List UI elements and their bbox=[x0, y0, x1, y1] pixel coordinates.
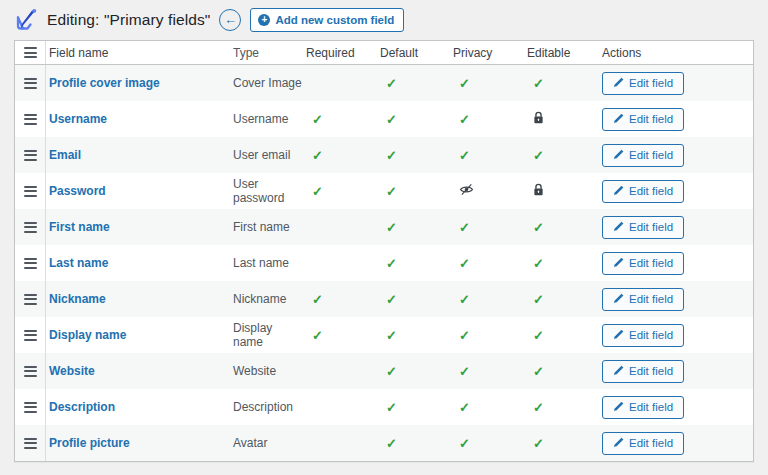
editable-cell: ✓ bbox=[524, 389, 599, 425]
field-type: Cover Image bbox=[230, 65, 303, 101]
edit-field-button[interactable]: Edit field bbox=[602, 180, 684, 203]
edit-field-button[interactable]: Edit field bbox=[602, 72, 684, 95]
check-icon: ✓ bbox=[459, 77, 470, 90]
edit-field-button[interactable]: Edit field bbox=[602, 432, 684, 455]
check-icon: ✓ bbox=[312, 293, 323, 306]
privacy-cell: ✓ bbox=[450, 389, 524, 425]
edit-button-label: Edit field bbox=[629, 149, 673, 161]
field-name-link[interactable]: Profile picture bbox=[49, 436, 130, 450]
required-cell: ✓ bbox=[303, 353, 377, 389]
table-row: Profile cover image Cover Image ✓ ✓ ✓ ✓ bbox=[15, 65, 753, 101]
field-name-link[interactable]: Last name bbox=[49, 256, 108, 270]
edit-field-button[interactable]: Edit field bbox=[602, 360, 684, 383]
field-name-link[interactable]: First name bbox=[49, 220, 110, 234]
field-name-link[interactable]: Nickname bbox=[49, 292, 106, 306]
check-icon: ✓ bbox=[386, 77, 397, 90]
edit-button-label: Edit field bbox=[629, 257, 673, 269]
check-icon: ✓ bbox=[533, 149, 544, 162]
add-new-custom-field-button[interactable]: + Add new custom field bbox=[250, 8, 404, 32]
drag-handle-icon[interactable] bbox=[24, 147, 37, 163]
field-name-link[interactable]: Description bbox=[49, 400, 115, 414]
edit-field-button[interactable]: Edit field bbox=[602, 144, 684, 167]
pencil-icon bbox=[613, 221, 624, 234]
row-drag-handle-cell bbox=[15, 353, 46, 389]
pencil-icon bbox=[613, 149, 624, 162]
editable-cell: ✓ bbox=[524, 317, 599, 353]
edit-button-label: Edit field bbox=[629, 221, 673, 233]
privacy-cell: ✓ bbox=[450, 281, 524, 317]
edit-field-button[interactable]: Edit field bbox=[602, 324, 684, 347]
required-cell: ✓ bbox=[303, 389, 377, 425]
drag-handle-icon[interactable] bbox=[24, 219, 37, 235]
drag-handle-icon[interactable] bbox=[24, 363, 37, 379]
edit-field-button[interactable]: Edit field bbox=[602, 216, 684, 239]
back-button[interactable]: ← bbox=[219, 9, 241, 31]
row-drag-handle-cell bbox=[15, 65, 46, 101]
edit-field-button[interactable]: Edit field bbox=[602, 108, 684, 131]
row-drag-handle-cell bbox=[15, 281, 46, 317]
check-icon: ✓ bbox=[386, 257, 397, 270]
edit-button-label: Edit field bbox=[629, 437, 673, 449]
field-type: Avatar bbox=[230, 425, 303, 461]
default-cell: ✓ bbox=[377, 209, 450, 245]
edit-button-label: Edit field bbox=[629, 329, 673, 341]
pencil-icon bbox=[613, 113, 624, 126]
check-icon: ✓ bbox=[386, 365, 397, 378]
table-body: Profile cover image Cover Image ✓ ✓ ✓ ✓ bbox=[15, 65, 753, 461]
privacy-cell: ✓ bbox=[450, 65, 524, 101]
editable-cell: ✓ bbox=[524, 101, 599, 137]
default-cell: ✓ bbox=[377, 101, 450, 137]
edit-field-button[interactable]: Edit field bbox=[602, 396, 684, 419]
required-cell: ✓ bbox=[303, 173, 377, 209]
check-icon: ✓ bbox=[312, 329, 323, 342]
pencil-icon bbox=[613, 77, 624, 90]
drag-handle-icon[interactable] bbox=[24, 399, 37, 415]
field-type: Last name bbox=[230, 245, 303, 281]
add-button-label: Add new custom field bbox=[275, 14, 394, 26]
check-icon: ✓ bbox=[386, 149, 397, 162]
field-name-link[interactable]: Password bbox=[49, 184, 106, 198]
pencil-icon bbox=[613, 185, 624, 198]
field-name-link[interactable]: Username bbox=[49, 112, 107, 126]
check-icon: ✓ bbox=[533, 437, 544, 450]
field-name-link[interactable]: Display name bbox=[49, 328, 126, 342]
plus-icon: + bbox=[258, 14, 270, 26]
field-name-link[interactable]: Email bbox=[49, 148, 81, 162]
drag-handle-icon[interactable] bbox=[24, 435, 37, 451]
required-cell: ✓ bbox=[303, 245, 377, 281]
drag-handle-icon[interactable] bbox=[24, 291, 37, 307]
edit-field-button[interactable]: Edit field bbox=[602, 252, 684, 275]
check-icon: ✓ bbox=[533, 329, 544, 342]
lock-icon bbox=[533, 183, 544, 199]
drag-handle-icon[interactable] bbox=[24, 75, 37, 91]
pencil-icon bbox=[613, 257, 624, 270]
drag-handle-icon[interactable] bbox=[24, 255, 37, 271]
privacy-cell: ✓ bbox=[450, 173, 524, 209]
required-cell: ✓ bbox=[303, 209, 377, 245]
row-drag-handle-cell bbox=[15, 137, 46, 173]
page-title: Editing: "Primary fields" bbox=[47, 11, 210, 29]
check-icon: ✓ bbox=[386, 293, 397, 306]
editable-cell: ✓ bbox=[524, 173, 599, 209]
field-name-link[interactable]: Profile cover image bbox=[49, 76, 160, 90]
drag-handle-icon[interactable] bbox=[24, 111, 37, 127]
editable-cell: ✓ bbox=[524, 245, 599, 281]
required-cell: ✓ bbox=[303, 281, 377, 317]
required-cell: ✓ bbox=[303, 101, 377, 137]
field-name-link[interactable]: Website bbox=[49, 364, 95, 378]
check-icon: ✓ bbox=[533, 257, 544, 270]
check-icon: ✓ bbox=[459, 365, 470, 378]
table-row: Last name Last name ✓ ✓ ✓ ✓ bbox=[15, 245, 753, 281]
edit-field-button[interactable]: Edit field bbox=[602, 288, 684, 311]
edit-button-label: Edit field bbox=[629, 365, 673, 377]
check-icon: ✓ bbox=[386, 437, 397, 450]
privacy-cell: ✓ bbox=[450, 425, 524, 461]
default-cell: ✓ bbox=[377, 137, 450, 173]
drag-handle-icon[interactable] bbox=[24, 183, 37, 199]
field-type: User password bbox=[230, 173, 303, 209]
drag-handle-icon[interactable] bbox=[24, 327, 37, 343]
privacy-cell: ✓ bbox=[450, 317, 524, 353]
titlebar: Editing: "Primary fields" ← + Add new cu… bbox=[0, 0, 768, 40]
table-row: Profile picture Avatar ✓ ✓ ✓ ✓ bbox=[15, 425, 753, 461]
check-icon: ✓ bbox=[459, 257, 470, 270]
